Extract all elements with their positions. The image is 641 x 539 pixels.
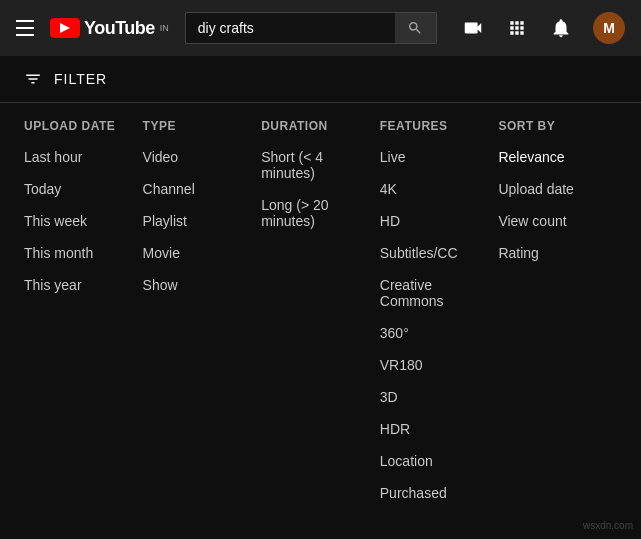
- filter-item-this-year[interactable]: This year: [24, 277, 143, 293]
- filter-item-vr180[interactable]: VR180: [380, 357, 499, 373]
- apps-grid-icon[interactable]: [505, 16, 529, 40]
- filter-item-360-[interactable]: 360°: [380, 325, 499, 341]
- filter-item-hdr[interactable]: HDR: [380, 421, 499, 437]
- header: YouTubeIN M: [0, 0, 641, 56]
- filter-item-show[interactable]: Show: [143, 277, 262, 293]
- filter-item-subtitles-cc[interactable]: Subtitles/CC: [380, 245, 499, 261]
- header-right: M: [461, 12, 625, 44]
- column-header-sort_by: SORT BY: [498, 119, 617, 133]
- filter-label: FILTER: [54, 71, 107, 87]
- filter-item-relevance[interactable]: Relevance: [498, 149, 617, 165]
- filter-item-4k[interactable]: 4K: [380, 181, 499, 197]
- filter-item-purchased[interactable]: Purchased: [380, 485, 499, 501]
- column-header-upload_date: UPLOAD DATE: [24, 119, 143, 133]
- search-bar: [185, 12, 445, 44]
- filter-item-creative-commons[interactable]: Creative Commons: [380, 277, 499, 309]
- logo-text: YouTube: [84, 18, 155, 39]
- yt-play-icon: [50, 18, 80, 38]
- header-left: YouTubeIN: [16, 18, 169, 39]
- filter-column-sort_by: SORT BYRelevanceUpload dateView countRat…: [498, 119, 617, 517]
- column-header-duration: DURATION: [261, 119, 380, 133]
- filter-item-this-week[interactable]: This week: [24, 213, 143, 229]
- filter-item-this-month[interactable]: This month: [24, 245, 143, 261]
- filter-column-type: TYPEVideoChannelPlaylistMovieShow: [143, 119, 262, 517]
- filter-bar: FILTER: [0, 56, 641, 103]
- search-button[interactable]: [395, 12, 437, 44]
- filter-item-playlist[interactable]: Playlist: [143, 213, 262, 229]
- filter-item-hd[interactable]: HD: [380, 213, 499, 229]
- search-icon: [407, 20, 423, 36]
- filter-item-today[interactable]: Today: [24, 181, 143, 197]
- filter-item-view-count[interactable]: View count: [498, 213, 617, 229]
- filter-column-duration: DURATIONShort (< 4 minutes)Long (> 20 mi…: [261, 119, 380, 517]
- filter-item-3d[interactable]: 3D: [380, 389, 499, 405]
- filter-column-features: FEATURESLive4KHDSubtitles/CCCreative Com…: [380, 119, 499, 517]
- filter-item-channel[interactable]: Channel: [143, 181, 262, 197]
- filter-column-upload_date: UPLOAD DATELast hourTodayThis weekThis m…: [24, 119, 143, 517]
- filter-item-upload-date[interactable]: Upload date: [498, 181, 617, 197]
- filter-item-rating[interactable]: Rating: [498, 245, 617, 261]
- youtube-logo[interactable]: YouTubeIN: [50, 18, 169, 39]
- filter-item-last-hour[interactable]: Last hour: [24, 149, 143, 165]
- filter-item-long----20-minutes-[interactable]: Long (> 20 minutes): [261, 197, 380, 229]
- column-header-features: FEATURES: [380, 119, 499, 133]
- notifications-icon[interactable]: [549, 16, 573, 40]
- filter-item-location[interactable]: Location: [380, 453, 499, 469]
- create-video-icon[interactable]: [461, 16, 485, 40]
- filter-grid: UPLOAD DATELast hourTodayThis weekThis m…: [0, 103, 641, 533]
- filter-item-live[interactable]: Live: [380, 149, 499, 165]
- filter-item-video[interactable]: Video: [143, 149, 262, 165]
- hamburger-menu-icon[interactable]: [16, 20, 34, 36]
- filter-svg-icon: [24, 70, 42, 88]
- filter-item-short----4-minutes-[interactable]: Short (< 4 minutes): [261, 149, 380, 181]
- filter-icon: [24, 70, 42, 88]
- watermark: wsxdn.com: [583, 520, 633, 531]
- logo-region: IN: [160, 23, 169, 33]
- column-header-type: TYPE: [143, 119, 262, 133]
- filter-item-movie[interactable]: Movie: [143, 245, 262, 261]
- search-input[interactable]: [185, 12, 395, 44]
- avatar[interactable]: M: [593, 12, 625, 44]
